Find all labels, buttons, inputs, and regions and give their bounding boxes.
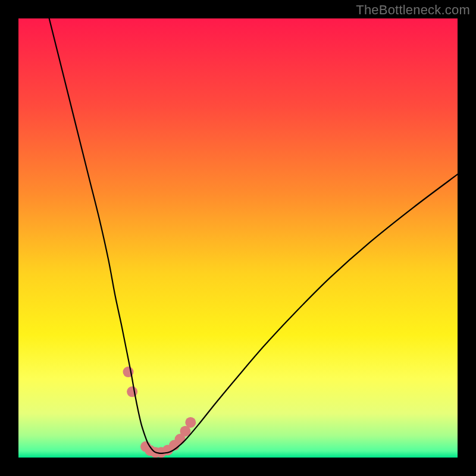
plot-area — [18, 18, 458, 458]
highlight-dot — [127, 386, 137, 397]
watermark-text: TheBottleneck.com — [356, 2, 470, 18]
highlight-dot — [185, 417, 196, 428]
chart-frame: TheBottleneck.com — [0, 0, 476, 476]
bottleneck-curve — [49, 18, 458, 453]
curve-layer — [18, 18, 458, 458]
highlight-dots — [123, 367, 196, 458]
